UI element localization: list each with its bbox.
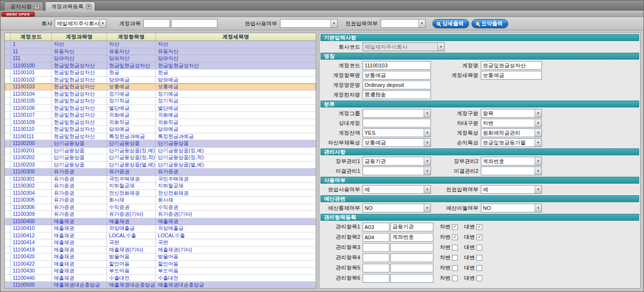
grid-cell-item[interactable]: 자산 <box>107 41 156 48</box>
menu-open-button[interactable]: MENU OPEN <box>1 12 35 17</box>
row-select-gutter[interactable] <box>5 176 11 183</box>
mgmt-item-name-input[interactable] <box>390 243 433 252</box>
row-select-gutter[interactable] <box>5 55 11 63</box>
budget-carryover-select[interactable]: NO ▼ <box>481 204 542 212</box>
grid-cell-item[interactable]: 당좌예금 <box>107 126 156 133</box>
table-row[interactable]: 11100102현금및현금성자산당좌예금당좌예금 <box>5 77 316 84</box>
grid-cell-item[interactable]: 매출채권대손충당금 <box>107 282 156 289</box>
grid-cell-detail[interactable]: 매출채권 <box>156 218 316 226</box>
grid-cell-item[interactable]: 받을어음 <box>107 253 156 261</box>
grid-cell-subject[interactable]: 유가증권 <box>52 190 107 197</box>
grid-cell-subject[interactable]: 유가증권 <box>52 197 107 204</box>
grid-cell-detail[interactable]: 받을어음 <box>156 253 316 261</box>
grid-cell-subject[interactable]: 유동자산 <box>52 48 107 56</box>
grid-cell-code[interactable]: 11100309 <box>11 211 52 218</box>
grid-cell-subject[interactable]: 현금및현금성자산 <box>52 77 107 84</box>
grid-cell-code[interactable]: 11100110 <box>11 126 52 133</box>
budget-control-select[interactable]: NO ▼ <box>363 204 431 212</box>
grid-cell-subject[interactable]: 현금및현금성자산 <box>52 91 107 98</box>
table-row[interactable]: 11100111현금및현금성자산특정현금과예금특정현금과예금 <box>5 133 316 141</box>
grid-cell-code[interactable]: 11100203 <box>11 162 52 169</box>
grid-cell-item[interactable]: 수출대전 <box>107 275 156 282</box>
row-select-gutter[interactable] <box>5 218 11 226</box>
table-row[interactable]: 11100101현금및현금성자산현금현금 <box>5 69 316 77</box>
grid-cell-item[interactable]: 외상매출금 <box>107 225 156 232</box>
table-row[interactable]: 11100110현금및현금성자산당좌예금당좌예금 <box>5 126 316 133</box>
grid-cell-item[interactable]: 지하철공채 <box>107 183 156 190</box>
grid-cell-detail[interactable]: 당좌예금 <box>156 126 316 133</box>
grid-cell-subject[interactable]: 현금및현금성자산 <box>52 63 107 70</box>
grid-cell-item[interactable]: 매출채권 <box>107 218 156 226</box>
grid-cell-subject[interactable]: 현금및현금성자산 <box>52 105 107 112</box>
row-select-gutter[interactable] <box>5 239 11 247</box>
grid-cell-item[interactable]: 부도어음 <box>107 268 156 275</box>
mgmt-item-name-input[interactable] <box>390 264 433 272</box>
grid-cell-code[interactable]: 11100410 <box>11 225 52 232</box>
debit-checkbox[interactable] <box>452 255 458 261</box>
chevron-down-icon[interactable]: ▼ <box>424 129 430 137</box>
table-row[interactable]: 11100304유가증권전신전화채권전신전화채권 <box>5 190 316 197</box>
grid-cell-code[interactable]: 11 <box>11 48 52 56</box>
grid-cell-detail[interactable]: 보통예금 <box>156 83 316 91</box>
grid-cell-code[interactable]: 11100100 <box>11 63 52 70</box>
table-row[interactable]: 11100306유가증권수익증권수익증권 <box>5 204 316 211</box>
grid-cell-item[interactable]: 당좌예금 <box>107 77 156 84</box>
grid-cell-detail[interactable]: 단기금융상품 <box>156 140 316 147</box>
grid-cell-item[interactable]: 국민주택채권 <box>107 176 156 183</box>
table-row[interactable]: 11100305유가증권회사채회사채 <box>5 197 316 204</box>
grid-cell-subject[interactable]: 현금및현금성자산 <box>52 98 107 105</box>
table-row[interactable]: 11유동자산유동자산유동자산 <box>5 48 316 56</box>
grid-cell-detail[interactable]: 당좌자산 <box>156 55 316 63</box>
account-gubun-select[interactable]: 항목 ▼ <box>481 109 542 118</box>
row-select-gutter[interactable] <box>5 41 11 48</box>
row-select-gutter[interactable] <box>5 183 11 190</box>
summary-print-button[interactable]: 요약출력 <box>472 19 508 28</box>
chevron-down-icon[interactable]: ▼ <box>535 129 541 137</box>
chevron-down-icon[interactable]: ▼ <box>99 20 106 27</box>
mgmt-item-name-input[interactable] <box>390 253 433 262</box>
credit-checkbox[interactable]: ✓ <box>476 224 482 230</box>
grid-cell-subject[interactable]: 매출채권 <box>52 253 107 261</box>
grid-cell-item[interactable]: 보통예금 <box>107 83 156 91</box>
table-row[interactable]: 111당좌자산당좌자산당좌자산 <box>5 55 316 63</box>
account-balance-select[interactable]: YES ▼ <box>363 128 431 137</box>
grid-cell-subject[interactable]: 단기금융상품 <box>52 147 107 155</box>
company-select[interactable]: 제일제지주식회사 ▼ <box>55 19 107 28</box>
grid-cell-item[interactable]: LOCAL수출 <box>107 232 156 240</box>
grid-cell-subject[interactable]: 매출채권 <box>52 225 107 232</box>
grid-cell-code[interactable]: 11100202 <box>11 154 52 162</box>
field-use-select[interactable]: ▼ <box>280 19 338 28</box>
chevron-down-icon[interactable]: ▼ <box>437 43 444 51</box>
field-use-detail-select[interactable]: 예 ▼ <box>363 185 431 194</box>
table-row[interactable]: 11100104현금및현금성자산정기예금정기예금 <box>5 91 316 98</box>
grid-cell-item[interactable]: 국판 <box>107 239 156 247</box>
pending-mgmt1-select[interactable]: ▼ <box>363 167 431 175</box>
account-trait-select[interactable]: 원화예적금관리 ▼ <box>481 128 542 137</box>
account-name-search-input[interactable] <box>171 19 217 28</box>
grid-cell-detail[interactable]: 정기예금 <box>156 91 316 98</box>
row-select-gutter[interactable] <box>5 204 11 211</box>
credit-checkbox[interactable] <box>476 245 482 250</box>
book-mgmt2-select[interactable]: 계좌번호 ▼ <box>481 157 542 166</box>
grid-cell-subject[interactable]: 유가증권 <box>52 211 107 218</box>
table-row[interactable]: 11100107현금및현금성자산외화예금외화예금 <box>5 112 316 119</box>
row-select-gutter[interactable] <box>5 261 11 268</box>
grid-cell-item[interactable]: 매출채권(기타) <box>107 247 156 254</box>
mgmt-item-code-input[interactable] <box>363 233 389 242</box>
table-row[interactable]: 11100200단기금융상품단기금융상품단기금융상품 <box>5 140 316 147</box>
table-row[interactable]: 1자산자산자산 <box>5 41 316 48</box>
table-row[interactable]: 11100412매출채권LOCAL수출LOCAL수출 <box>5 232 316 240</box>
grid-cell-subject[interactable]: 매출채권 <box>52 218 107 226</box>
grid-cell-item[interactable]: 현금및현금성자산 <box>107 63 156 70</box>
grid-cell-item[interactable]: 단기금융상품 <box>107 140 156 147</box>
slip-entry-select[interactable]: ▼ <box>381 19 426 28</box>
grid-cell-detail[interactable]: 외상매출금 <box>156 225 316 232</box>
table-row[interactable]: 11100105현금및현금성자산정기적금정기적금 <box>5 98 316 105</box>
tab-notice[interactable]: 공지사항 × <box>4 1 43 11</box>
chevron-down-icon[interactable]: ▼ <box>535 109 541 117</box>
grid-cell-detail[interactable]: 현금 <box>156 69 316 77</box>
book-mgmt1-select[interactable]: 금융기관 ▼ <box>363 157 431 166</box>
grid-cell-subject[interactable]: 현금및현금성자산 <box>52 119 107 126</box>
chevron-down-icon[interactable]: ▼ <box>424 109 430 117</box>
grid-cell-detail[interactable]: 국판 <box>156 239 316 247</box>
